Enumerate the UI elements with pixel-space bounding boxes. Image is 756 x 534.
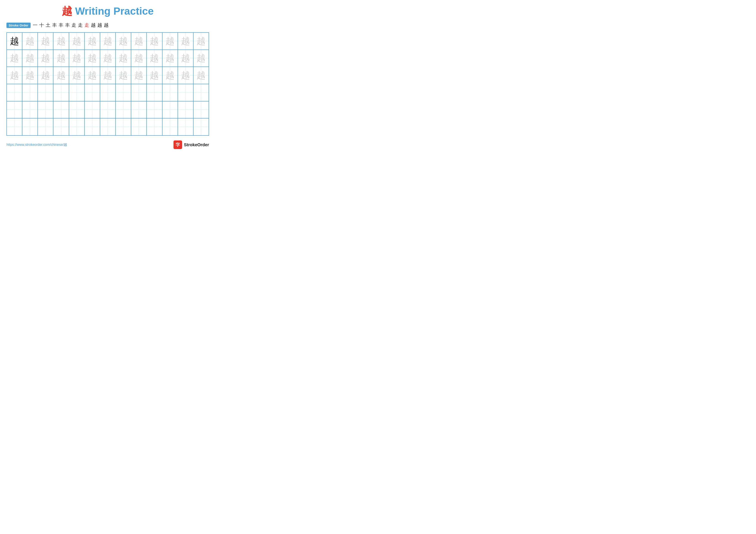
grid-cell[interactable]: [22, 101, 38, 118]
stroke-9: 走: [85, 22, 89, 28]
grid-cell[interactable]: 越: [116, 67, 131, 84]
grid-cell[interactable]: 越: [85, 33, 100, 50]
grid-cell[interactable]: 越: [7, 33, 22, 50]
cell-character: 越: [119, 37, 128, 46]
grid-cell[interactable]: [85, 84, 100, 101]
grid-cell[interactable]: 越: [22, 50, 38, 67]
grid-cell[interactable]: [178, 118, 193, 136]
grid-cell[interactable]: [162, 118, 178, 136]
stroke-sequence: 一 十 土 丰 丰 丰 走 走 走 越 越 越: [33, 22, 109, 28]
grid-cell[interactable]: 越: [38, 67, 53, 84]
grid-cell[interactable]: [178, 84, 193, 101]
grid-cell[interactable]: [22, 118, 38, 136]
grid-cell[interactable]: [116, 84, 131, 101]
grid-cell[interactable]: [38, 118, 53, 136]
grid-cell[interactable]: [53, 101, 69, 118]
footer-logo: 字 StrokeOrder: [174, 140, 209, 149]
grid-cell[interactable]: [100, 118, 116, 136]
grid-cell[interactable]: [69, 118, 85, 136]
grid-cell[interactable]: 越: [131, 67, 147, 84]
grid-cell[interactable]: 越: [193, 67, 209, 84]
grid-cell[interactable]: 越: [22, 67, 38, 84]
grid-cell[interactable]: 越: [193, 33, 209, 50]
grid-cell[interactable]: [53, 118, 69, 136]
grid-cell[interactable]: 越: [116, 50, 131, 67]
grid-cell[interactable]: [7, 101, 22, 118]
grid-cell[interactable]: 越: [116, 33, 131, 50]
grid-cell[interactable]: [100, 101, 116, 118]
grid-cell[interactable]: 越: [147, 50, 162, 67]
grid-cell[interactable]: [85, 118, 100, 136]
grid-cell[interactable]: 越: [38, 33, 53, 50]
cell-character: 越: [150, 71, 159, 80]
grid-cell[interactable]: 越: [100, 67, 116, 84]
cell-character: 越: [25, 37, 35, 46]
cell-character: 越: [181, 71, 190, 80]
grid-cell[interactable]: [193, 118, 209, 136]
grid-cell[interactable]: 越: [69, 67, 85, 84]
grid-cell[interactable]: [69, 101, 85, 118]
grid-cell[interactable]: [193, 84, 209, 101]
grid-cell[interactable]: 越: [7, 50, 22, 67]
cell-character: 越: [181, 54, 190, 63]
grid-cell[interactable]: [85, 101, 100, 118]
grid-cell[interactable]: [147, 118, 162, 136]
grid-cell[interactable]: 越: [178, 67, 193, 84]
grid-cell[interactable]: [7, 118, 22, 136]
grid-cell[interactable]: [147, 101, 162, 118]
cell-character: 越: [103, 37, 112, 46]
grid-cell[interactable]: 越: [38, 50, 53, 67]
logo-char: 字: [176, 142, 180, 148]
grid-cell[interactable]: [38, 84, 53, 101]
footer-url: https://www.strokeorder.com/chinese/越: [7, 142, 67, 147]
grid-cell[interactable]: [53, 84, 69, 101]
grid-cell[interactable]: [7, 84, 22, 101]
grid-cell[interactable]: 越: [178, 33, 193, 50]
grid-cell[interactable]: [22, 84, 38, 101]
grid-cell[interactable]: [131, 118, 147, 136]
stroke-7: 走: [71, 22, 76, 28]
grid-cell[interactable]: 越: [85, 50, 100, 67]
stroke-1: 一: [33, 22, 38, 28]
grid-cell[interactable]: 越: [100, 33, 116, 50]
grid-cell[interactable]: [162, 84, 178, 101]
grid-cell[interactable]: 越: [22, 33, 38, 50]
grid-cell[interactable]: 越: [147, 67, 162, 84]
stroke-10: 越: [91, 22, 96, 28]
cell-character: 越: [10, 71, 19, 80]
grid-cell[interactable]: [131, 101, 147, 118]
grid-cell[interactable]: 越: [100, 50, 116, 67]
grid-cell[interactable]: [116, 101, 131, 118]
grid-cell[interactable]: 越: [69, 33, 85, 50]
grid-cell[interactable]: 越: [131, 50, 147, 67]
grid-cell[interactable]: 越: [178, 50, 193, 67]
grid-cell[interactable]: 越: [69, 50, 85, 67]
grid-cell[interactable]: [162, 101, 178, 118]
grid-cell[interactable]: [38, 101, 53, 118]
practice-grid: 越越越越越越越越越越越越越越越越越越越越越越越越越越越越越越越越越越越越越越越: [7, 32, 209, 136]
grid-cell[interactable]: [116, 118, 131, 136]
cell-character: 越: [197, 71, 205, 80]
grid-cell[interactable]: 越: [147, 33, 162, 50]
grid-cell[interactable]: 越: [162, 50, 178, 67]
stroke-order-row: Stroke Order 一 十 土 丰 丰 丰 走 走 走 越 越 越: [7, 22, 209, 28]
grid-cell[interactable]: 越: [193, 50, 209, 67]
grid-cell[interactable]: 越: [162, 67, 178, 84]
grid-cell[interactable]: [131, 84, 147, 101]
grid-cell[interactable]: [178, 101, 193, 118]
grid-cell[interactable]: 越: [131, 33, 147, 50]
grid-cell[interactable]: [100, 84, 116, 101]
grid-cell[interactable]: 越: [7, 67, 22, 84]
grid-cell[interactable]: [147, 84, 162, 101]
grid-cell[interactable]: [193, 101, 209, 118]
grid-cell[interactable]: [69, 84, 85, 101]
cell-character: 越: [57, 71, 66, 80]
cell-character: 越: [181, 37, 190, 46]
grid-cell[interactable]: 越: [162, 33, 178, 50]
grid-cell[interactable]: 越: [85, 67, 100, 84]
grid-cell[interactable]: 越: [53, 50, 69, 67]
grid-cell[interactable]: 越: [53, 33, 69, 50]
cell-character: 越: [166, 71, 175, 80]
logo-icon: 字: [174, 140, 182, 149]
grid-cell[interactable]: 越: [53, 67, 69, 84]
